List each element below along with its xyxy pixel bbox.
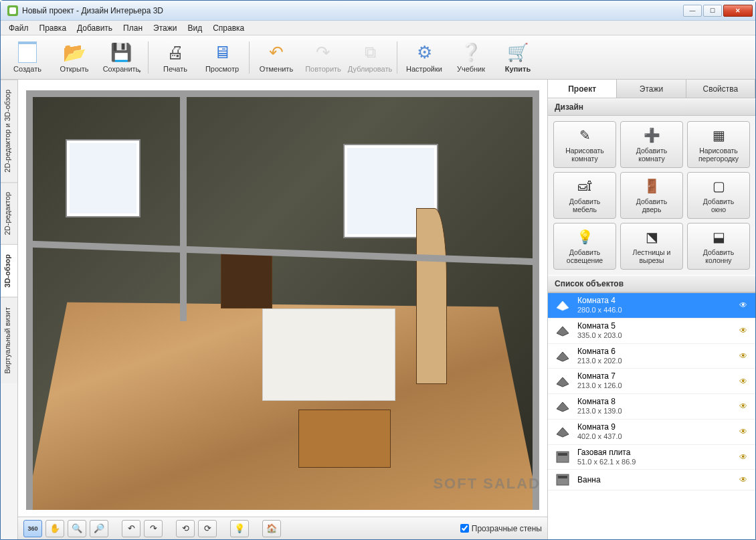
design-tool-button-1[interactable]: ➕Добавить комнату: [620, 121, 683, 168]
bulb-icon: 💡: [234, 523, 245, 533]
rotate-left-icon: ↶: [128, 523, 135, 533]
visibility-eye-icon[interactable]: 👁: [739, 300, 750, 310]
object-list-item[interactable]: Комната 9402.0 x 437.0👁: [548, 420, 755, 445]
visibility-eye-icon[interactable]: 👁: [739, 377, 750, 386]
visibility-eye-icon[interactable]: 👁: [739, 351, 750, 361]
window-render: [67, 141, 138, 216]
monitor-icon: 🖥: [211, 41, 233, 63]
room-render: [26, 90, 539, 510]
zoom-out-icon: 🔍: [72, 523, 82, 533]
design-tool-icon: 🚪: [642, 177, 661, 196]
design-tool-button-8[interactable]: ⬓Добавить колонну: [687, 223, 750, 270]
rotate-right-button[interactable]: ↷: [144, 520, 163, 537]
minimize-button[interactable]: —: [683, 5, 702, 17]
object-list-item[interactable]: Комната 6213.0 x 202.0👁: [548, 344, 755, 369]
menu-edit[interactable]: Правка: [34, 22, 72, 34]
design-tool-button-4[interactable]: 🚪Добавить дверь: [620, 172, 683, 219]
undo-button[interactable]: ↶Отменить: [254, 38, 299, 77]
menu-help[interactable]: Справка: [207, 22, 250, 34]
save-button[interactable]: 💾Сохранить: [98, 38, 144, 77]
folder-open-icon: 📂: [64, 41, 85, 63]
object-list-item[interactable]: Комната 8213.0 x 139.0👁: [548, 394, 755, 420]
tab-project[interactable]: Проект: [548, 80, 617, 98]
menu-add[interactable]: Добавить: [72, 22, 118, 34]
vtab-3d-overview[interactable]: 3D-обзор: [1, 244, 17, 297]
window-title: Новый проект - Дизайн Интерьера 3D: [22, 6, 683, 15]
menu-floors[interactable]: Этажи: [148, 22, 182, 34]
object-list-item[interactable]: Комната 5335.0 x 203.0👁: [548, 319, 755, 344]
design-tool-button-6[interactable]: 💡Добавить освещение: [553, 223, 616, 270]
main-toolbar: Создать 📂Открыть 💾Сохранить 🖨Печать 🖥Про…: [1, 35, 755, 80]
vtab-2d-3d-overview[interactable]: 2D-редактор и 3D-обзор: [1, 80, 17, 182]
close-button[interactable]: ✕: [723, 5, 753, 17]
design-tool-label: Нарисовать перегородку: [698, 147, 739, 163]
3d-viewport[interactable]: SOFT SALAD: [18, 80, 547, 517]
tilt-down-button[interactable]: ⟳: [198, 520, 217, 537]
application-window: Новый проект - Дизайн Интерьера 3D — ☐ ✕…: [0, 0, 756, 540]
visibility-eye-icon[interactable]: 👁: [739, 427, 750, 436]
open-button[interactable]: 📂Открыть: [52, 38, 97, 77]
transparent-walls-checkbox[interactable]: Прозрачные стены: [460, 524, 542, 533]
object-list-item[interactable]: Комната 7213.0 x 126.0👁: [548, 369, 755, 394]
rotate-left-button[interactable]: ↶: [122, 520, 140, 537]
tab-floors[interactable]: Этажи: [617, 80, 686, 98]
visibility-eye-icon[interactable]: 👁: [739, 401, 750, 411]
buy-button[interactable]: 🛒Купить: [495, 38, 541, 77]
visibility-eye-icon[interactable]: 👁: [739, 452, 750, 462]
appliance-icon: [553, 450, 572, 464]
design-tool-button-3[interactable]: 🛋Добавить мебель: [553, 172, 616, 219]
zoom-out-button[interactable]: 🔍: [68, 520, 86, 537]
furniture-shelf: [416, 208, 447, 384]
orbit-360-button[interactable]: 360: [23, 520, 42, 537]
design-tool-label: Добавить дверь: [636, 197, 667, 213]
home-view-button[interactable]: 🏠: [262, 520, 281, 537]
zoom-in-icon: 🔎: [94, 523, 104, 533]
object-list-item[interactable]: Ванна👁: [548, 470, 755, 490]
design-tool-label: Добавить мебель: [569, 197, 600, 213]
svg-marker-4: [557, 402, 569, 412]
design-tool-button-0[interactable]: ✎Нарисовать комнату: [553, 121, 616, 168]
object-list[interactable]: Комната 4280.0 x 446.0👁Комната 5335.0 x …: [548, 292, 755, 539]
menu-bar: Файл Правка Добавить План Этажи Вид Спра…: [1, 21, 755, 35]
save-icon: 💾: [110, 41, 132, 63]
print-button[interactable]: 🖨Печать: [153, 38, 198, 77]
design-tool-button-2[interactable]: ▦Нарисовать перегородку: [687, 121, 750, 168]
light-toggle-button[interactable]: 💡: [230, 520, 249, 537]
object-name: Комната 8: [577, 397, 734, 407]
tilt-up-button[interactable]: ⟲: [176, 520, 195, 537]
preview-button[interactable]: 🖥Просмотр: [199, 38, 245, 77]
duplicate-button[interactable]: ⧉Дублировать: [347, 38, 393, 77]
visibility-eye-icon[interactable]: 👁: [739, 475, 750, 484]
object-name: Газовая плита: [577, 448, 734, 458]
menu-plan[interactable]: План: [118, 22, 148, 34]
transparent-walls-input[interactable]: [460, 524, 469, 533]
tab-properties[interactable]: Свойства: [686, 80, 755, 98]
create-button[interactable]: Создать: [5, 38, 50, 77]
design-tool-icon: 💡: [575, 228, 594, 247]
object-name: Комната 5: [577, 321, 734, 331]
visibility-eye-icon[interactable]: 👁: [739, 326, 750, 335]
object-name: Комната 6: [577, 347, 734, 357]
menu-view[interactable]: Вид: [182, 22, 207, 34]
settings-button[interactable]: ⚙Настройки: [401, 38, 447, 77]
vtab-virtual-visit[interactable]: Виртуальный визит: [1, 297, 17, 383]
design-tool-icon: ▦: [709, 126, 728, 145]
object-dimensions: 280.0 x 446.0: [577, 306, 734, 315]
zoom-in-button[interactable]: 🔎: [90, 520, 108, 537]
design-tool-button-5[interactable]: ▢Добавить окно: [687, 172, 750, 219]
menu-file[interactable]: Файл: [3, 22, 34, 34]
design-tool-button-7[interactable]: ⬔Лестницы и вырезы: [620, 223, 683, 270]
object-dimensions: 213.0 x 202.0: [577, 357, 734, 366]
object-list-item[interactable]: Газовая плита51.0 x 62.1 x 86.9👁: [548, 445, 755, 470]
maximize-button[interactable]: ☐: [703, 5, 722, 17]
tutorial-button[interactable]: ❔Учебник: [448, 38, 494, 77]
redo-button[interactable]: ↷Повторить: [300, 38, 346, 77]
toolbar-separator: [148, 41, 149, 74]
object-list-item[interactable]: Комната 4280.0 x 446.0👁: [548, 293, 755, 319]
app-icon: [7, 5, 18, 16]
pan-button[interactable]: ✋: [45, 520, 64, 537]
design-tools-grid: ✎Нарисовать комнату➕Добавить комнату▦Нар…: [548, 116, 755, 275]
tilt-down-icon: ⟳: [204, 523, 211, 533]
vtab-2d-editor[interactable]: 2D-редактор: [1, 182, 17, 244]
design-tool-label: Лестницы и вырезы: [633, 248, 671, 264]
